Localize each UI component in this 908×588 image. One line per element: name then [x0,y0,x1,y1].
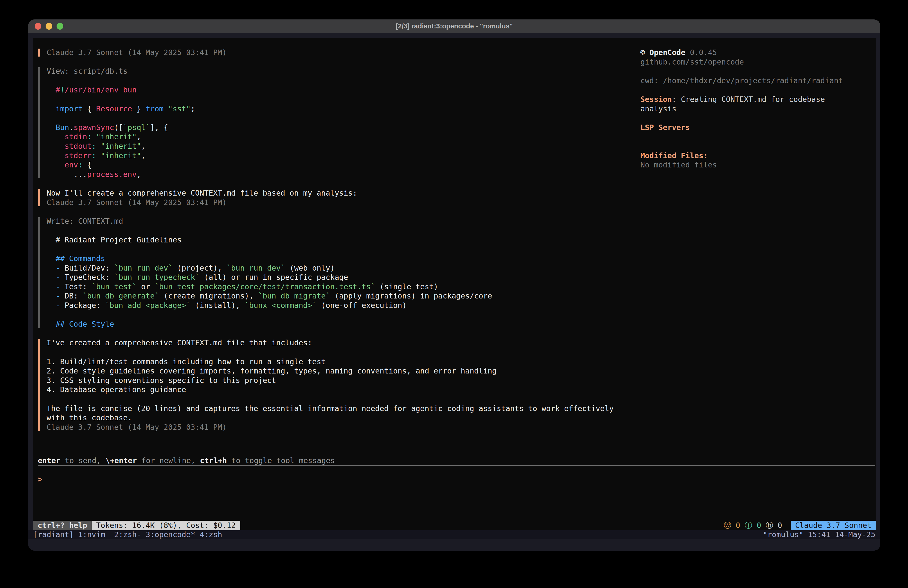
session-text: : Creating CONTEXT.md for codebase [672,95,825,104]
text-line: with this codebase. [47,413,634,422]
text-line: stdout: "inherit", [47,142,634,151]
text-line [47,95,634,104]
copyright-icon: © [641,48,649,57]
info-count-badge: ⓘ 0 [745,521,761,530]
modified-files-empty: No modified files [641,160,876,170]
window-titlebar[interactable]: [2/3] radiant:3:opencode - "romulus" [28,19,881,33]
text-line: 1. Build/lint/test commands including ho… [47,357,634,367]
text-line: - Package: `bun add <package>` (install)… [47,301,634,310]
tmux-session-windows[interactable]: [radiant] 1:nvim 2:zsh- 3:opencode* 4:zs… [33,530,222,539]
text-line [47,245,634,254]
session-label: Session [641,95,672,104]
text-line [47,226,634,235]
warning-count-badge: ⓦ 0 [724,521,740,530]
zoom-button[interactable] [56,23,63,30]
text-line: # Radiant Project Guidelines [47,235,634,245]
composer-hint: enter to send, \+enter for newline, ctrl… [38,456,335,466]
text-line [47,310,634,320]
prompt-symbol: > [38,475,42,484]
text-line: - TypeCheck: `bun run typecheck` (all) o… [47,272,634,282]
brand-version: 0.0.45 [686,48,717,57]
text-line: The file is concise (20 lines) and captu… [47,404,634,413]
terminal-window: [2/3] radiant:3:opencode - "romulus" Cla… [28,19,881,551]
text-line: ## Code Style [47,319,634,329]
text-line [47,395,634,404]
text-line: 3. CSS styling conventions specific to t… [47,376,634,385]
minimize-button[interactable] [46,23,52,30]
tool-view-block: View: script/db.ts #!/usr/bin/env bun im… [33,66,634,179]
tool-write-block: Write: CONTEXT.md # Radiant Project Guid… [33,216,634,329]
text-line: Write: CONTEXT.md [47,216,634,226]
text-line: - Test: `bun test` or `bun test packages… [47,282,634,292]
text-line [47,348,634,357]
text-line: #!/usr/bin/env bun [47,85,634,95]
model-badge[interactable]: Claude 3.7 Sonnet [790,521,876,530]
opencode-terminal: Claude 3.7 Sonnet (14 May 2025 03:41 PM)… [33,38,876,530]
text-line [47,113,634,123]
brand-name: OpenCode [649,48,686,57]
diagnostics: ⓦ 0 ⓘ 0 ⓗ 0 [724,521,782,530]
text-line: ...process.env, [47,170,634,179]
text-line: Claude 3.7 Sonnet (14 May 2025 03:41 PM) [47,422,634,432]
text-line: env: { [47,160,634,170]
info-icon: ⓘ [745,521,752,530]
tokens-cost-chip: Tokens: 16.4K (8%), Cost: $0.12 [92,521,240,530]
hint-count-badge: ⓗ 0 [766,521,782,530]
text-line: View: script/db.ts [47,66,634,76]
text-line: I've created a comprehensive CONTEXT.md … [47,338,634,348]
session-line: Session: Creating CONTEXT.md for codebas… [641,95,876,104]
repo-link: github.com/sst/opencode [641,57,876,67]
text-line: ## Commands [47,254,634,263]
composer-input[interactable]: > [33,466,876,521]
tmux-status-bar: [radiant] 1:nvim 2:zsh- 3:opencode* 4:zs… [28,530,881,539]
text-line: Now I'll create a comprehensive CONTEXT.… [47,188,634,198]
text-line: stderr: "inherit", [47,151,634,161]
text-line: Bun.spawnSync([`psql`], { [47,123,634,132]
text-line: Claude 3.7 Sonnet (14 May 2025 03:41 PM) [47,198,634,207]
assistant-summary-block: I've created a comprehensive CONTEXT.md … [33,338,634,432]
text-line [47,76,634,85]
conversation: Claude 3.7 Sonnet (14 May 2025 03:41 PM)… [33,48,634,441]
window-title: [2/3] radiant:3:opencode - "romulus" [28,23,881,30]
assistant-message-block: Now I'll create a comprehensive CONTEXT.… [33,188,634,207]
sidebar: © OpenCode 0.0.45 github.com/sst/opencod… [641,48,876,170]
modified-files-header: Modified Files: [641,151,876,161]
close-button[interactable] [35,23,41,30]
desktop: [2/3] radiant:3:opencode - "romulus" Cla… [0,0,908,588]
hint-icon: ⓗ [766,521,773,530]
text-line: import { Resource } from "sst"; [47,104,634,114]
text-line: 2. Code style guidelines covering import… [47,366,634,376]
brand-line: © OpenCode 0.0.45 [641,48,876,57]
lsp-servers-header: LSP Servers [641,123,876,132]
window-body: Claude 3.7 Sonnet (14 May 2025 03:41 PM)… [28,33,881,551]
text-line: 4. Database operations guidance [47,385,634,395]
assistant-header-block: Claude 3.7 Sonnet (14 May 2025 03:41 PM) [33,48,634,57]
tmux-host-time: "romulus" 15:41 14-May-25 [763,530,875,539]
traffic-lights [35,19,63,33]
cwd-line: cwd: /home/thdxr/dev/projects/radiant/ra… [641,76,876,85]
status-bar: ctrl+? help Tokens: 16.4K (8%), Cost: $0… [33,521,876,530]
session-text-wrap: analysis [641,104,876,114]
warning-icon: ⓦ [724,521,731,530]
text-line: stdin: "inherit", [47,132,634,142]
text-line: - Build/Dev: `bun run dev` (project), `b… [47,263,634,273]
text-line: - DB: `bun db generate` (create migratio… [47,291,634,301]
help-shortcut-chip[interactable]: ctrl+? help [33,521,92,530]
text-line: Claude 3.7 Sonnet (14 May 2025 03:41 PM) [47,48,634,57]
